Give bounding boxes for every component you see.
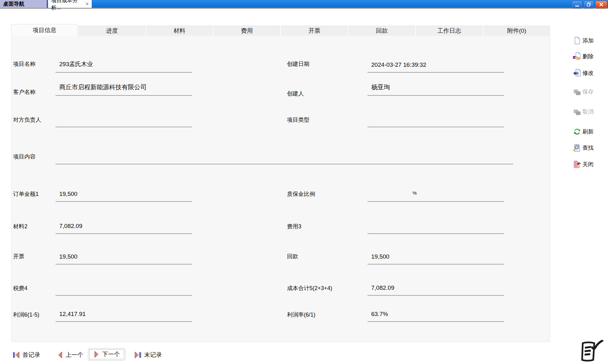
material-label: 材料2 bbox=[13, 223, 27, 230]
last-record-button[interactable]: 末记录 bbox=[134, 349, 162, 361]
refresh-button[interactable]: 刷新 bbox=[573, 126, 608, 137]
tax-label: 税费4 bbox=[13, 284, 27, 292]
find-button[interactable]: 查找 bbox=[573, 142, 608, 153]
form-tabstrip: 项目信息 进度 材料 费用 开票 回款 工作日志 附件(0) bbox=[11, 24, 550, 36]
tab-project-info[interactable]: 项目信息 bbox=[11, 24, 78, 36]
desktop-nav-tab[interactable]: 桌面导航 bbox=[0, 0, 47, 8]
next-record-button[interactable]: 下一个 bbox=[88, 348, 125, 361]
tab-attachment[interactable]: 附件(0) bbox=[484, 26, 550, 36]
order-amount-field[interactable]: 19,500 bbox=[56, 186, 192, 202]
creator-field[interactable]: 杨亚珣 bbox=[367, 80, 504, 96]
refresh-icon bbox=[573, 127, 581, 136]
received-label: 回款 bbox=[287, 253, 298, 260]
retention-ratio-label: 质保金比例 bbox=[287, 190, 315, 198]
cost-total-field[interactable]: 7,082.09 bbox=[367, 280, 504, 296]
material-field[interactable]: 7,082.09 bbox=[56, 218, 192, 234]
project-name-label: 项目名称 bbox=[13, 60, 36, 68]
minimize-button[interactable] bbox=[572, 1, 582, 8]
close-form-button[interactable]: 关闭 bbox=[573, 159, 608, 170]
create-date-field[interactable]: 2024-03-27 16:39:32 bbox=[367, 57, 504, 73]
percent-suffix: % bbox=[413, 190, 417, 196]
minimize-icon bbox=[575, 6, 579, 7]
delete-button[interactable]: 删除 bbox=[573, 51, 608, 62]
tab-close-icon[interactable]: × bbox=[86, 2, 89, 7]
counterpart-label: 对方负责人 bbox=[13, 116, 41, 124]
add-button[interactable]: 添加 bbox=[573, 35, 608, 46]
cost-total-label: 成本合计5(2+3+4) bbox=[287, 284, 332, 292]
tab-invoice[interactable]: 开票 bbox=[281, 26, 348, 36]
project-content-field[interactable] bbox=[56, 149, 513, 164]
modify-button[interactable]: 修改 bbox=[573, 67, 608, 79]
counterpart-field[interactable] bbox=[56, 112, 192, 127]
tab-worklog[interactable]: 工作日志 bbox=[416, 26, 483, 36]
cancel-button: 取消 bbox=[573, 106, 608, 117]
received-field[interactable]: 19,500 bbox=[367, 249, 504, 265]
titlebar-divider bbox=[0, 8, 608, 9]
tax-field[interactable] bbox=[56, 280, 192, 296]
tab-expense[interactable]: 费用 bbox=[214, 26, 280, 36]
notes-check-button[interactable] bbox=[578, 340, 603, 364]
last-record-icon bbox=[134, 352, 142, 358]
invoiced-field[interactable]: 19,500 bbox=[56, 249, 192, 265]
retention-ratio-field[interactable]: % bbox=[367, 186, 504, 202]
project-cost-analysis-window: 桌面导航 项目成本分析... × 项目信息 进度 材料 费用 开票 回款 工作日… bbox=[0, 0, 608, 364]
first-record-button[interactable]: 首记录 bbox=[12, 349, 40, 361]
project-content-label: 项目内容 bbox=[13, 153, 36, 160]
edit-icon bbox=[573, 69, 581, 77]
close-window-icon bbox=[573, 160, 581, 169]
tab-progress[interactable]: 进度 bbox=[79, 26, 145, 36]
profit-label: 利润6(1-5) bbox=[13, 311, 39, 318]
delete-icon bbox=[573, 52, 581, 61]
project-type-field[interactable] bbox=[367, 112, 504, 127]
first-record-icon bbox=[12, 352, 20, 358]
desktop-nav-tab-label: 桌面导航 bbox=[3, 0, 24, 7]
restore-icon bbox=[587, 2, 591, 7]
profit-rate-field[interactable]: 63.7% bbox=[367, 306, 504, 322]
customer-name-label: 客户名称 bbox=[13, 88, 36, 96]
expense-label: 费用3 bbox=[287, 223, 301, 230]
expense-field[interactable] bbox=[367, 218, 504, 234]
restore-button[interactable] bbox=[584, 1, 594, 8]
save-icon bbox=[573, 87, 581, 96]
find-icon bbox=[573, 143, 581, 152]
order-amount-label: 订单金额1 bbox=[13, 190, 39, 198]
document-tab[interactable]: 项目成本分析... × bbox=[48, 0, 92, 8]
next-record-icon bbox=[94, 351, 100, 358]
project-type-label: 项目类型 bbox=[287, 116, 309, 124]
document-tab-label: 项目成本分析... bbox=[51, 0, 83, 11]
close-icon bbox=[599, 2, 603, 7]
profit-rate-label: 利润率(6/1) bbox=[287, 311, 315, 318]
tab-material[interactable]: 材料 bbox=[146, 26, 213, 36]
create-date-label: 创建日期 bbox=[287, 60, 309, 68]
save-button: 保存 bbox=[573, 86, 608, 97]
customer-name-field[interactable]: 商丘市启程新能源科技有限公司 bbox=[56, 80, 192, 96]
creator-label: 创建人 bbox=[287, 90, 304, 97]
close-button[interactable] bbox=[595, 1, 607, 8]
notes-check-icon bbox=[578, 340, 603, 363]
previous-record-icon bbox=[57, 352, 63, 358]
project-name-field[interactable]: 293孟氏木业 bbox=[56, 57, 192, 73]
profit-field[interactable]: 12,417.91 bbox=[56, 306, 192, 322]
previous-record-button[interactable]: 上一个 bbox=[57, 349, 83, 361]
tab-receipt[interactable]: 回款 bbox=[348, 26, 415, 36]
invoiced-label: 开票 bbox=[13, 253, 24, 260]
window-controls bbox=[572, 1, 607, 8]
cancel-icon bbox=[573, 107, 581, 116]
add-document-icon bbox=[573, 36, 581, 45]
